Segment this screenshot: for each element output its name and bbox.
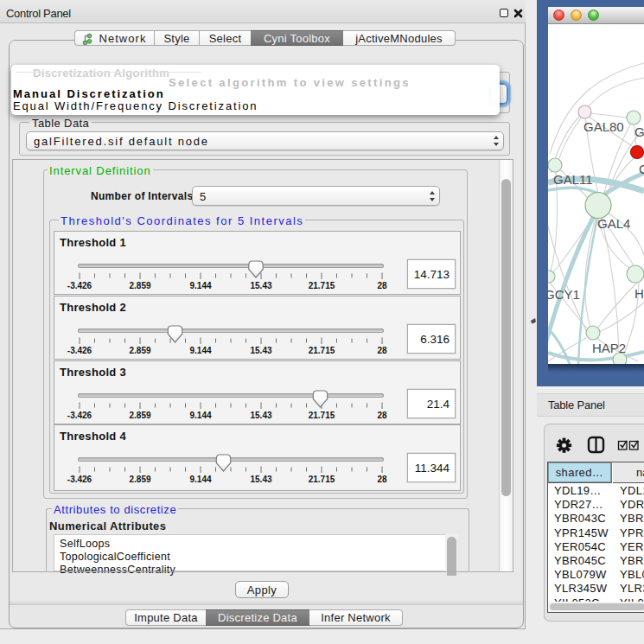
svg-text:28: 28	[377, 475, 387, 484]
svg-text:2.859: 2.859	[129, 411, 150, 420]
svg-text:-3.426: -3.426	[67, 346, 92, 355]
svg-text:9.144: 9.144	[189, 475, 211, 484]
svg-text:28: 28	[377, 346, 387, 355]
svg-text:2.859: 2.859	[129, 346, 150, 355]
svg-text:GAL11: GAL11	[553, 172, 593, 187]
svg-text:CD: CD	[639, 162, 644, 176]
svg-text:28: 28	[377, 411, 387, 420]
svg-text:21.715: 21.715	[309, 475, 335, 484]
svg-text:GAL80: GAL80	[583, 119, 624, 134]
svg-text:-3.426: -3.426	[67, 281, 92, 290]
svg-text:15.43: 15.43	[250, 281, 271, 290]
svg-text:9.144: 9.144	[189, 411, 211, 420]
svg-text:21.715: 21.715	[309, 346, 335, 355]
svg-text:15.43: 15.43	[250, 346, 271, 355]
svg-text:15.43: 15.43	[250, 475, 271, 484]
svg-text:-3.426: -3.426	[67, 475, 92, 484]
svg-text:HA: HA	[634, 286, 644, 301]
svg-text:GAL4: GAL4	[597, 216, 630, 231]
svg-text:2.859: 2.859	[129, 475, 150, 484]
svg-text:2.859: 2.859	[129, 281, 150, 290]
svg-text:-3.426: -3.426	[67, 411, 92, 420]
svg-text:9.144: 9.144	[189, 281, 211, 290]
svg-text:GA: GA	[634, 124, 644, 139]
svg-text:HAP2: HAP2	[592, 341, 626, 355]
svg-text:21.715: 21.715	[309, 281, 335, 290]
svg-text:9.144: 9.144	[189, 346, 211, 355]
svg-text:15.43: 15.43	[250, 411, 271, 420]
svg-text:28: 28	[377, 281, 387, 290]
svg-text:GCY1: GCY1	[548, 287, 580, 302]
svg-text:21.715: 21.715	[309, 411, 335, 420]
